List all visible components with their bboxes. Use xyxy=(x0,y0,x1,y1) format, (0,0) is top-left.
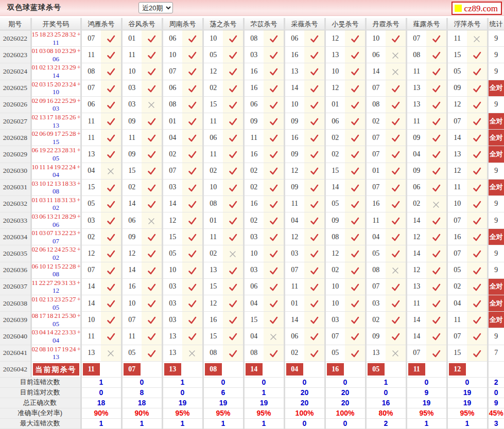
current-kill-number: 05 xyxy=(368,363,385,376)
winning-red-numbers: 01 02 13 21 23 29 + xyxy=(32,63,80,72)
winning-blue-number: 04 xyxy=(32,171,80,179)
kill-number-cell: 07 xyxy=(366,80,386,96)
result-mark-cell xyxy=(304,195,325,212)
winning-red-numbers: 03 06 13 21 28 29 + xyxy=(32,212,80,221)
winning-blue-number: 08 xyxy=(32,270,80,278)
result-mark-cell xyxy=(223,195,244,212)
kill-number-cell: 04 xyxy=(244,328,264,345)
hit-check-icon xyxy=(147,234,156,241)
result-mark-cell xyxy=(142,212,162,229)
result-mark-cell xyxy=(426,130,447,146)
hit-check-icon xyxy=(147,267,156,275)
hit-check-icon xyxy=(473,234,481,241)
winning-red-numbers: 01 03 08 10 23 29 + xyxy=(32,47,80,55)
hit-check-icon xyxy=(473,184,481,192)
kill-number-cell: 06 xyxy=(162,30,182,47)
hit-check-icon xyxy=(229,201,237,208)
result-mark-cell xyxy=(101,328,121,345)
result-mark-cell xyxy=(142,63,162,80)
winning-red-numbers: 02 09 16 22 25 29 + xyxy=(32,97,80,105)
kill-number-cell: 15 xyxy=(162,229,182,245)
kill-number-cell: 10 xyxy=(325,295,345,312)
result-mark-cell xyxy=(264,229,284,245)
stat-all-hit-badge: 全对 xyxy=(488,278,504,295)
result-mark-cell xyxy=(264,163,284,179)
result-mark-cell xyxy=(264,195,284,212)
hit-check-icon xyxy=(188,134,197,142)
kill-number-cell: 12 xyxy=(406,229,426,245)
result-mark-cell xyxy=(142,47,162,63)
hit-check-icon xyxy=(351,300,359,308)
summary-row: 总正确次数181819191920201619199 xyxy=(0,398,504,408)
range-select[interactable]: 近20期 xyxy=(138,2,173,13)
result-mark-cell xyxy=(386,361,406,377)
kill-number-cell: 03 xyxy=(121,80,142,96)
hit-check-icon xyxy=(351,85,359,93)
winning-red-numbers: 02 13 17 18 25 26 + xyxy=(32,113,80,121)
hit-check-icon xyxy=(310,250,319,258)
kill-number-cell: 15 xyxy=(203,96,223,113)
result-mark-cell xyxy=(467,30,488,47)
stat-all-hit-badge: 全对 xyxy=(488,130,504,146)
table-row: 202603801 02 13 23 25 27 +05141003120401… xyxy=(0,295,504,312)
kill-number-cell: 09 xyxy=(406,163,426,179)
hit-check-icon xyxy=(188,283,197,291)
hit-check-icon xyxy=(351,167,359,175)
kill-number-cell: 13 xyxy=(162,328,182,345)
hit-check-icon xyxy=(391,184,400,192)
period-cell: 2026022 xyxy=(0,30,31,47)
result-mark-cell xyxy=(304,245,325,262)
hit-check-icon xyxy=(432,316,441,324)
kill-number-cell: 11 xyxy=(447,30,467,47)
winning-numbers-cell: 10 11 14 19 22 24 +04 xyxy=(31,163,81,179)
result-mark-cell xyxy=(182,63,203,80)
logo-text: cz89.com xyxy=(464,4,498,13)
result-mark-cell xyxy=(101,179,121,195)
kill-number-cell: 11 xyxy=(284,278,304,295)
result-mark-cell xyxy=(223,328,244,345)
hit-check-icon xyxy=(269,217,278,225)
table-row: 202603711 22 27 29 31 33 +12141603150611… xyxy=(0,278,504,295)
hit-check-icon xyxy=(107,134,115,142)
result-mark-cell xyxy=(264,113,284,129)
summary-value: 0 xyxy=(81,387,121,398)
summary-value: 100% xyxy=(325,408,366,418)
result-mark-cell xyxy=(345,179,366,195)
result-mark-cell xyxy=(101,195,121,212)
hit-check-icon xyxy=(310,51,319,59)
column-header: 期号 xyxy=(0,18,31,30)
hit-check-icon xyxy=(310,267,319,275)
kill-number-cell: 14 xyxy=(81,295,101,312)
site-logo[interactable]: cz89.com xyxy=(451,2,502,15)
kill-number-cell: 06 xyxy=(325,113,345,129)
summary-total: 0 xyxy=(488,387,504,398)
kill-number-cell: 07 xyxy=(366,146,386,163)
hit-check-icon xyxy=(310,316,319,324)
kill-number-cell: 07 xyxy=(447,328,467,345)
summary-value: 1 xyxy=(244,387,284,398)
result-mark-cell xyxy=(345,113,366,129)
result-mark-cell xyxy=(264,80,284,96)
kill-number-cell: 13 xyxy=(366,345,386,361)
result-mark-cell xyxy=(223,96,244,113)
hit-check-icon xyxy=(310,35,319,43)
hit-check-icon xyxy=(310,217,319,225)
kill-number-cell: 01 xyxy=(284,295,304,312)
hit-check-icon xyxy=(310,118,319,126)
winning-numbers-cell: 02 13 17 18 25 26 +13 xyxy=(31,113,81,129)
result-mark-cell xyxy=(264,96,284,113)
result-mark-cell xyxy=(304,163,325,179)
hit-check-icon xyxy=(391,316,400,324)
winning-red-numbers: 01 03 07 13 22 23 + xyxy=(32,229,80,237)
result-mark-cell xyxy=(467,195,488,212)
kill-number-cell: 11 xyxy=(406,295,426,312)
result-mark-cell xyxy=(386,30,406,47)
kill-number-cell: 04 xyxy=(447,295,467,312)
hit-check-icon xyxy=(229,85,237,93)
hit-check-icon xyxy=(107,201,115,208)
table-row: 202603606 10 12 15 22 28 +08071410130307… xyxy=(0,262,504,278)
kill-number-cell: 07 xyxy=(366,278,386,295)
table-row: 202603502 06 12 24 25 32 +02121205021003… xyxy=(0,245,504,262)
result-mark-cell xyxy=(101,229,121,245)
kill-number-cell: 15 xyxy=(203,328,223,345)
